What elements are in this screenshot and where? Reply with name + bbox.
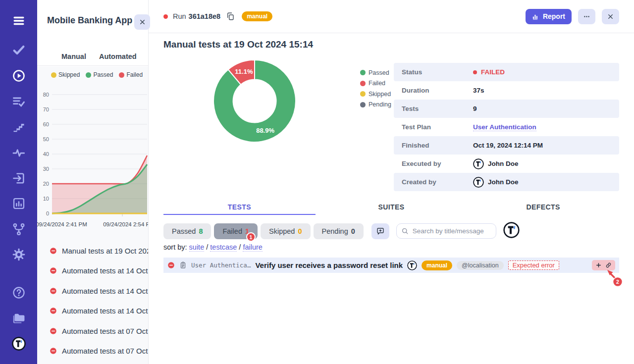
legend-item-failed: Failed	[119, 71, 143, 78]
search-input[interactable]	[396, 223, 496, 239]
test-plan-link[interactable]: User Authentication	[473, 123, 536, 131]
test-result-row[interactable]: User Authentica…Verify user receives a p…	[163, 258, 619, 273]
donut-legend-item-pending: Pending	[360, 100, 391, 110]
run-list-item[interactable]: Automated tests at 14 Oct 2024	[37, 301, 149, 321]
filter-row: Passed 8Failed 1Skipped 0Pending 0	[163, 222, 520, 240]
project-panel: Mobile Banking App Manual Automated Skip…	[37, 0, 149, 364]
plus-icon[interactable]	[595, 262, 602, 268]
svg-text:70: 70	[43, 106, 49, 112]
sidebar-bar-chart-icon[interactable]	[12, 197, 26, 210]
run-list-item-label: Automated tests at 07 Oct 2024	[62, 327, 149, 335]
sidebar-steps-icon[interactable]	[12, 120, 26, 134]
tab-suites[interactable]: SUITES	[316, 200, 468, 215]
detail-row-test-plan: Test PlanUser Authentication	[394, 118, 619, 136]
panel-close-button[interactable]	[134, 14, 150, 30]
report-chart-icon	[532, 13, 539, 20]
sort-by-label: sort by:	[163, 243, 187, 251]
run-list-item[interactable]: Manual tests at 19 Oct 2024	[37, 241, 149, 261]
add-comment-button[interactable]	[371, 223, 389, 239]
status-value: FAILED	[473, 68, 505, 76]
tab-tests[interactable]: TESTS	[163, 200, 316, 215]
donut-legend-item-skipped: Skipped	[360, 89, 391, 100]
sidebar-sign-in-icon[interactable]	[12, 171, 26, 185]
run-list-item-label: Manual tests at 19 Oct 2024	[62, 247, 149, 255]
close-run-button[interactable]	[602, 9, 619, 24]
detail-label: Created by	[402, 178, 473, 186]
detail-row-created-by: Created byJohn Doe	[394, 173, 619, 191]
suite-name[interactable]: User Authentica…	[191, 261, 251, 269]
test-title[interactable]: Verify user receives a password reset li…	[255, 261, 403, 269]
trend-chart-legend: SkippedPassedFailed	[51, 71, 143, 78]
svg-text:09/24/2024 2:41 PM: 09/24/2024 2:41 PM	[37, 221, 87, 227]
test-type-badge: manual	[422, 260, 452, 270]
result-tabs: TESTSSUITESDEFECTS	[163, 200, 619, 215]
sidebar-play-circle-icon[interactable]	[12, 69, 26, 83]
clipboard-icon	[179, 261, 187, 269]
run-id: 361a18e8	[189, 12, 221, 20]
failed-status-icon	[167, 261, 175, 269]
svg-text:80: 80	[43, 92, 49, 98]
detail-value: 37s	[473, 87, 484, 94]
run-status-dot	[163, 14, 168, 19]
failed-dot-icon	[473, 70, 477, 74]
project-panel-body: SkippedPassedFailed 0102030405060708009/…	[37, 66, 149, 364]
close-icon	[139, 18, 146, 26]
run-list-item[interactable]: Automated tests at 07 Oct 2024	[37, 321, 149, 341]
more-actions-button[interactable]	[578, 9, 595, 24]
svg-text:09/24/2024 2:54 PM: 09/24/2024 2:54 PM	[103, 221, 149, 227]
failed-status-icon	[50, 287, 57, 295]
tab-automated[interactable]: Automated	[99, 52, 137, 60]
filter-skipped-button[interactable]: Skipped 0	[261, 223, 310, 239]
run-list-item[interactable]: Automated tests at 07 Oct 2024	[37, 341, 149, 362]
run-list-item[interactable]: Automated tests at 14 Oct 2024	[37, 261, 149, 281]
svg-text:50: 50	[43, 136, 49, 142]
svg-text:40: 40	[43, 151, 49, 157]
run-type-badge: manual	[242, 11, 272, 21]
detail-row-tests: Tests9	[394, 100, 619, 118]
detail-row-duration: Duration37s	[394, 81, 619, 100]
report-button-label: Report	[543, 12, 565, 20]
sort-row: sort by: suite / testcase / failure	[163, 243, 263, 251]
detail-label: Tests	[402, 105, 473, 112]
row-actions[interactable]	[592, 260, 615, 270]
sidebar-list-check-icon[interactable]	[12, 95, 26, 108]
project-panel-tabs: Manual Automated	[37, 47, 149, 66]
detail-row-finished: FinishedOct 19, 2024 12:14 PM	[394, 136, 619, 155]
report-button[interactable]: Report	[526, 9, 572, 24]
result-donut-chart: 88.9%11.1%	[212, 59, 297, 143]
sidebar-logo-avatar[interactable]	[12, 337, 26, 351]
sort-testcase-link[interactable]: testcase	[210, 243, 237, 252]
ellipsis-icon	[583, 13, 590, 20]
search-icon	[401, 227, 409, 235]
sort-suite-link[interactable]: suite	[189, 243, 205, 252]
run-topbar: Run 361a18e8 manual Report	[149, 0, 634, 33]
failed-status-icon	[50, 247, 57, 255]
sidebar-check-icon[interactable]	[12, 43, 26, 57]
link-icon[interactable]	[605, 262, 612, 268]
run-list-item-label: Automated tests at 14 Oct 2024	[62, 307, 149, 315]
failed-status-icon	[50, 307, 57, 314]
trend-area-chart: 0102030405060708009/24/2024 2:41 PM09/24…	[37, 84, 149, 229]
sidebar-gear-icon[interactable]	[12, 248, 26, 261]
copy-run-id-button[interactable]	[226, 12, 235, 21]
run-list-item[interactable]: Automated tests at 14 Oct 2024	[37, 281, 149, 301]
detail-label: Finished	[402, 142, 473, 149]
sidebar-help-icon[interactable]	[12, 286, 26, 300]
sidebar-activity-icon[interactable]	[12, 146, 26, 159]
failed-status-icon	[50, 327, 57, 335]
filter-passed-button[interactable]: Passed 8	[163, 223, 211, 239]
user-value: John Doe	[473, 177, 519, 188]
sort-failure-link[interactable]: failure	[243, 243, 263, 252]
filter-pending-button[interactable]: Pending 0	[314, 223, 364, 239]
sidebar-folder-icon[interactable]	[12, 311, 26, 325]
run-details-table: StatusFAILEDDuration37sTests9Test PlanUs…	[394, 63, 619, 191]
svg-text:60: 60	[43, 121, 49, 127]
sidebar-menu-icon[interactable]	[10, 14, 27, 28]
assignee-avatar	[407, 260, 417, 270]
app-sidebar	[0, 0, 37, 364]
sidebar-git-fork-icon[interactable]	[12, 222, 26, 236]
tab-defects[interactable]: DEFECTS	[467, 200, 619, 215]
test-tag[interactable]: @localisation	[457, 261, 504, 270]
tab-manual[interactable]: Manual	[61, 52, 86, 60]
user-filter-avatar[interactable]	[503, 222, 520, 240]
